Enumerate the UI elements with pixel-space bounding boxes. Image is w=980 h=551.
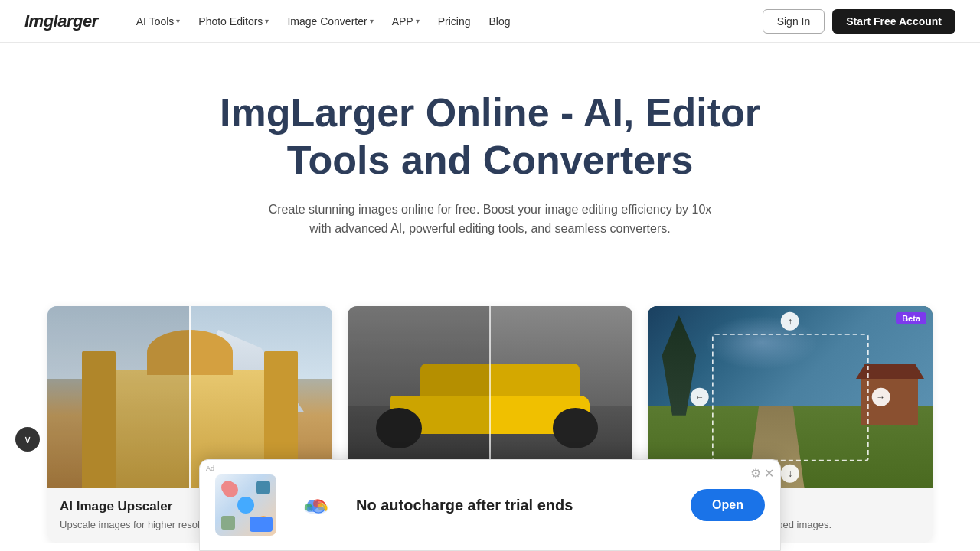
ad-settings-icon[interactable]: ⚙	[750, 466, 761, 481]
ad-text: No autocharge after trial ends	[356, 497, 675, 514]
nav-actions: Sign In Start Free Account	[763, 9, 956, 34]
logo[interactable]: Imglarger	[24, 11, 98, 31]
nav-pricing-label: Pricing	[438, 15, 471, 28]
chevron-down-icon: ▾	[416, 17, 420, 25]
ad-product-image	[215, 474, 276, 536]
scroll-down-indicator[interactable]: ∨	[15, 427, 40, 452]
ad-main-text: No autocharge after trial ends	[356, 497, 675, 514]
uncrop-selection-box: ↑ ↓ ← →	[712, 334, 869, 461]
nav-links: AI Tools ▾ Photo Editors ▾ Image Convert…	[129, 11, 750, 32]
signin-button[interactable]: Sign In	[763, 9, 825, 34]
nav-item-pricing[interactable]: Pricing	[430, 11, 479, 32]
beta-badge: Beta	[896, 312, 926, 324]
chevron-down-icon: ▾	[265, 17, 269, 25]
arrow-left-icon: ←	[691, 388, 709, 406]
ad-banner: Ad ⚙ ✕	[199, 459, 781, 543]
navbar: Imglarger AI Tools ▾ Photo Editors ▾ Ima…	[0, 0, 980, 43]
nav-item-aitools[interactable]: AI Tools ▾	[129, 11, 188, 32]
arrow-up-icon: ↑	[781, 312, 799, 331]
ad-google-cloud-icon	[292, 481, 341, 530]
nav-imageconverter-label: Image Converter	[287, 15, 367, 28]
nav-divider	[756, 12, 756, 31]
ad-close-icon[interactable]: ✕	[764, 466, 774, 481]
chevron-down-icon: ▾	[176, 17, 180, 25]
nav-item-blog[interactable]: Blog	[481, 11, 518, 32]
hero-section: ImgLarger Online - AI, Editor Tools and …	[0, 43, 980, 306]
arrow-right-icon: →	[871, 388, 890, 406]
ad-close-area: ⚙ ✕	[750, 466, 774, 481]
arrow-down-icon: ↓	[781, 464, 799, 482]
hero-subtitle: Create stunning images online for free. …	[260, 200, 720, 239]
chevron-down-icon: ∨	[24, 433, 31, 445]
start-free-account-button[interactable]: Start Free Account	[832, 9, 956, 34]
nav-aitools-label: AI Tools	[136, 15, 175, 28]
chevron-down-icon: ▾	[370, 17, 374, 25]
nav-photoeditors-label: Photo Editors	[198, 15, 263, 28]
ad-label: Ad	[206, 465, 214, 472]
ad-left-image	[215, 474, 276, 536]
hero-title: ImgLarger Online - AI, Editor Tools and …	[184, 89, 796, 184]
nav-item-imageconverter[interactable]: Image Converter ▾	[279, 11, 381, 32]
nav-app-label: APP	[392, 15, 413, 28]
nav-blog-label: Blog	[488, 15, 510, 28]
nav-item-app[interactable]: APP ▾	[384, 11, 427, 32]
ad-open-button[interactable]: Open	[691, 489, 765, 521]
svg-rect-6	[307, 507, 324, 512]
nav-item-photoeditors[interactable]: Photo Editors ▾	[191, 11, 276, 32]
